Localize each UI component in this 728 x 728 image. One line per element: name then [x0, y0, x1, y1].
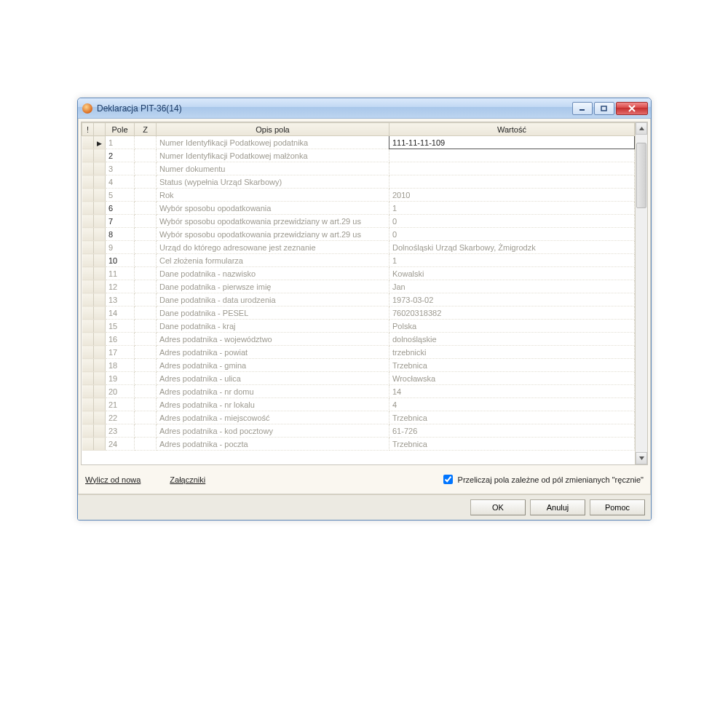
table-row[interactable]: 8Wybór sposobu opodatkowania przewidzian… — [82, 228, 635, 241]
table-row[interactable]: 14Dane podatnika - PESEL76020318382 — [82, 306, 635, 320]
cell-opis[interactable]: Adres podatnika - miejscowość — [157, 411, 389, 424]
table-row[interactable]: 24Adres podatnika - pocztaTrzebnica — [82, 438, 635, 451]
cell-pole[interactable]: 14 — [106, 306, 135, 320]
table-row[interactable]: ▶1Numer Identyfikacji Podatkowej podatni… — [82, 136, 635, 149]
cell-opis[interactable]: Dane podatnika - nazwisko — [157, 267, 389, 280]
table-row[interactable]: 4Status (wypełnia Urząd Skarbowy) — [82, 175, 635, 189]
cell-z[interactable] — [135, 359, 157, 372]
cell-wartosc[interactable]: 1973-03-02 — [389, 293, 635, 306]
table-row[interactable]: 18Adres podatnika - gminaTrzebnica — [82, 359, 635, 372]
table-row[interactable]: 7Wybór sposobu opodatkowania przewidzian… — [82, 215, 635, 228]
cell-z[interactable] — [135, 320, 157, 333]
minimize-button[interactable] — [572, 102, 593, 115]
cell-z[interactable] — [135, 280, 157, 293]
table-row[interactable]: 5Rok2010 — [82, 189, 635, 202]
cell-opis[interactable]: Dane podatnika - kraj — [157, 320, 389, 333]
cell-pole[interactable]: 17 — [106, 346, 135, 359]
cell-z[interactable] — [135, 306, 157, 320]
table-row[interactable]: 3Numer dokumentu — [82, 162, 635, 175]
cell-z[interactable] — [135, 215, 157, 228]
cell-wartosc[interactable]: 2010 — [389, 189, 635, 202]
cell-wartosc[interactable] — [389, 149, 635, 162]
column-header-row[interactable]: ! Pole Z Opis pola Wartość — [82, 123, 635, 136]
table-row[interactable]: 2Numer Identyfikacji Podatkowej małżonka — [82, 149, 635, 162]
table-row[interactable]: 10Cel złożenia formularza1 — [82, 254, 635, 267]
maximize-button[interactable] — [594, 102, 614, 115]
cell-pole[interactable]: 18 — [106, 359, 135, 372]
cell-pole[interactable]: 11 — [106, 267, 135, 280]
cell-wartosc[interactable] — [389, 175, 635, 189]
table-row[interactable]: 12Dane podatnika - pierwsze imięJan — [82, 280, 635, 293]
cell-wartosc[interactable]: 1 — [389, 202, 635, 215]
cell-opis[interactable]: Adres podatnika - powiat — [157, 346, 389, 359]
table-row[interactable]: 13Dane podatnika - data urodzenia1973-03… — [82, 293, 635, 306]
table-row[interactable]: 22Adres podatnika - miejscowośćTrzebnica — [82, 411, 635, 424]
vertical-scrollbar[interactable] — [635, 122, 647, 464]
cell-wartosc[interactable]: dolnośląskie — [389, 333, 635, 346]
cell-wartosc[interactable]: 111-11-11-109 — [389, 136, 635, 149]
cell-pole[interactable]: 3 — [106, 162, 135, 175]
cell-opis[interactable]: Adres podatnika - kod pocztowy — [157, 424, 389, 438]
cell-opis[interactable]: Status (wypełnia Urząd Skarbowy) — [157, 175, 389, 189]
cell-opis[interactable]: Adres podatnika - nr domu — [157, 385, 389, 398]
cell-pole[interactable]: 8 — [106, 228, 135, 241]
cell-opis[interactable]: Numer Identyfikacji Podatkowej małżonka — [157, 149, 389, 162]
cell-opis[interactable]: Dane podatnika - data urodzenia — [157, 293, 389, 306]
cell-z[interactable] — [135, 136, 157, 149]
cell-pole[interactable]: 12 — [106, 280, 135, 293]
close-button[interactable] — [616, 102, 648, 115]
recalc-checkbox[interactable] — [443, 475, 453, 484]
help-button[interactable]: Pomoc — [590, 499, 645, 515]
table-row[interactable]: 9Urząd do którego adresowane jest zeznan… — [82, 241, 635, 254]
cell-z[interactable] — [135, 424, 157, 438]
cell-z[interactable] — [135, 149, 157, 162]
cell-z[interactable] — [135, 162, 157, 175]
cell-opis[interactable]: Adres podatnika - gmina — [157, 359, 389, 372]
titlebar[interactable]: Deklaracja PIT-36(14) — [78, 98, 651, 119]
table-row[interactable]: 11Dane podatnika - nazwiskoKowalski — [82, 267, 635, 280]
col-opis[interactable]: Opis pola — [157, 123, 389, 136]
cell-wartosc[interactable]: Trzebnica — [389, 438, 635, 451]
cell-opis[interactable]: Adres podatnika - województwo — [157, 333, 389, 346]
cell-wartosc[interactable]: Kowalski — [389, 267, 635, 280]
table-row[interactable]: 20Adres podatnika - nr domu14 — [82, 385, 635, 398]
cell-opis[interactable]: Wybór sposobu opodatkowania przewidziany… — [157, 228, 389, 241]
table-row[interactable]: 19Adres podatnika - ulicaWrocławska — [82, 372, 635, 385]
cell-pole[interactable]: 24 — [106, 438, 135, 451]
cell-wartosc[interactable]: 0 — [389, 228, 635, 241]
recalc-link[interactable]: Wylicz od nowa — [85, 475, 141, 484]
cell-pole[interactable]: 23 — [106, 424, 135, 438]
table-row[interactable]: 16Adres podatnika - województwodolnośląs… — [82, 333, 635, 346]
cell-opis[interactable]: Wybór sposobu opodatkowania — [157, 202, 389, 215]
cell-pole[interactable]: 21 — [106, 398, 135, 411]
cell-z[interactable] — [135, 372, 157, 385]
cell-wartosc[interactable]: Wrocławska — [389, 372, 635, 385]
cell-z[interactable] — [135, 293, 157, 306]
cell-z[interactable] — [135, 398, 157, 411]
cell-wartosc[interactable]: Polska — [389, 320, 635, 333]
cell-z[interactable] — [135, 438, 157, 451]
col-wartosc[interactable]: Wartość — [389, 123, 635, 136]
col-mark[interactable]: ! — [82, 123, 94, 136]
cell-z[interactable] — [135, 189, 157, 202]
cell-z[interactable] — [135, 202, 157, 215]
table-row[interactable]: 21Adres podatnika - nr lokalu4 — [82, 398, 635, 411]
col-pointer[interactable] — [94, 123, 106, 136]
cell-wartosc[interactable]: 4 — [389, 398, 635, 411]
cell-pole[interactable]: 1 — [106, 136, 135, 149]
cell-wartosc[interactable]: Trzebnica — [389, 411, 635, 424]
attachments-link[interactable]: Załączniki — [170, 475, 205, 484]
cell-pole[interactable]: 7 — [106, 215, 135, 228]
cell-opis[interactable]: Adres podatnika - ulica — [157, 372, 389, 385]
cell-z[interactable] — [135, 228, 157, 241]
cell-pole[interactable]: 6 — [106, 202, 135, 215]
cell-wartosc[interactable]: 0 — [389, 215, 635, 228]
cell-pole[interactable]: 10 — [106, 254, 135, 267]
scroll-thumb[interactable] — [636, 143, 646, 208]
data-grid[interactable]: ! Pole Z Opis pola Wartość ▶1Numer Ident… — [82, 122, 635, 464]
table-row[interactable]: 15Dane podatnika - krajPolska — [82, 320, 635, 333]
col-pole[interactable]: Pole — [106, 123, 135, 136]
scroll-down-button[interactable] — [636, 452, 647, 464]
cell-z[interactable] — [135, 254, 157, 267]
cell-z[interactable] — [135, 385, 157, 398]
